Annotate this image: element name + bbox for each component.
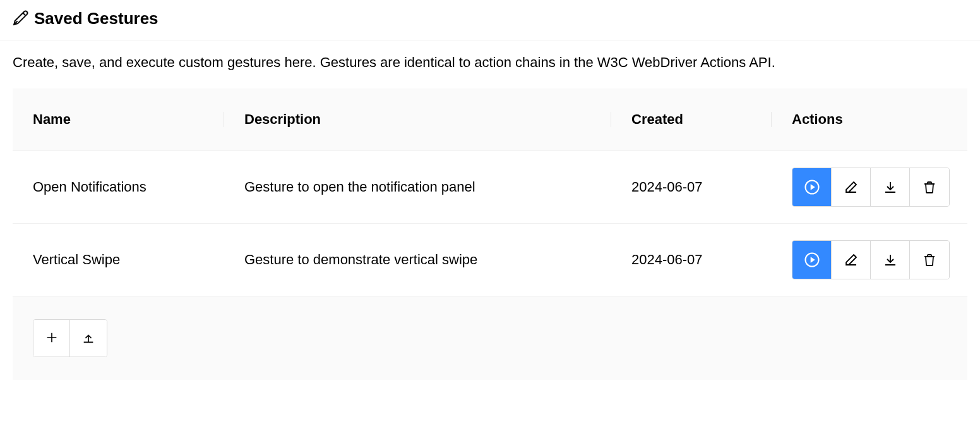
gestures-table: Name Description Created Actions Open No… — [13, 88, 967, 380]
column-header-name: Name — [13, 88, 224, 150]
table-footer — [13, 296, 967, 380]
page-description: Create, save, and execute custom gesture… — [13, 54, 967, 71]
download-icon — [883, 180, 898, 197]
table-row: Vertical Swipe Gesture to demonstrate ve… — [13, 224, 967, 296]
footer-actions-group — [33, 319, 107, 357]
trash-icon — [922, 252, 937, 269]
cell-name: Vertical Swipe — [13, 224, 224, 296]
upload-gesture-button[interactable] — [70, 320, 107, 357]
edit-button[interactable] — [832, 168, 871, 207]
plus-icon — [45, 331, 59, 346]
play-button[interactable] — [792, 241, 832, 279]
page-title: Saved Gestures — [34, 9, 158, 28]
edit-button[interactable] — [832, 241, 871, 279]
edit-icon — [844, 252, 859, 269]
row-actions-group — [792, 240, 950, 279]
table-row: Open Notifications Gesture to open the n… — [13, 151, 967, 224]
row-actions-group — [792, 168, 950, 207]
table-header-row: Name Description Created Actions — [13, 88, 967, 151]
trash-icon — [922, 180, 937, 197]
page-header: Saved Gestures — [0, 0, 980, 40]
play-circle-icon — [803, 251, 821, 271]
download-icon — [883, 252, 898, 269]
cell-description: Gesture to open the notification panel — [224, 151, 611, 223]
play-button[interactable] — [792, 168, 832, 207]
cell-description: Gesture to demonstrate vertical swipe — [224, 224, 611, 296]
cell-actions — [772, 168, 967, 207]
play-circle-icon — [803, 178, 821, 198]
gesture-icon — [13, 9, 29, 28]
download-button[interactable] — [871, 241, 910, 279]
column-header-created: Created — [611, 88, 772, 150]
download-button[interactable] — [871, 168, 910, 207]
cell-name: Open Notifications — [13, 151, 224, 223]
add-gesture-button[interactable] — [33, 320, 70, 357]
cell-created: 2024-06-07 — [611, 151, 772, 223]
column-header-actions: Actions — [772, 88, 967, 150]
column-header-description: Description — [224, 88, 611, 150]
edit-icon — [844, 180, 859, 197]
delete-button[interactable] — [910, 168, 949, 207]
delete-button[interactable] — [910, 241, 949, 279]
content-area: Create, save, and execute custom gesture… — [0, 40, 980, 380]
cell-created: 2024-06-07 — [611, 224, 772, 296]
cell-actions — [772, 240, 967, 279]
upload-icon — [81, 331, 95, 346]
